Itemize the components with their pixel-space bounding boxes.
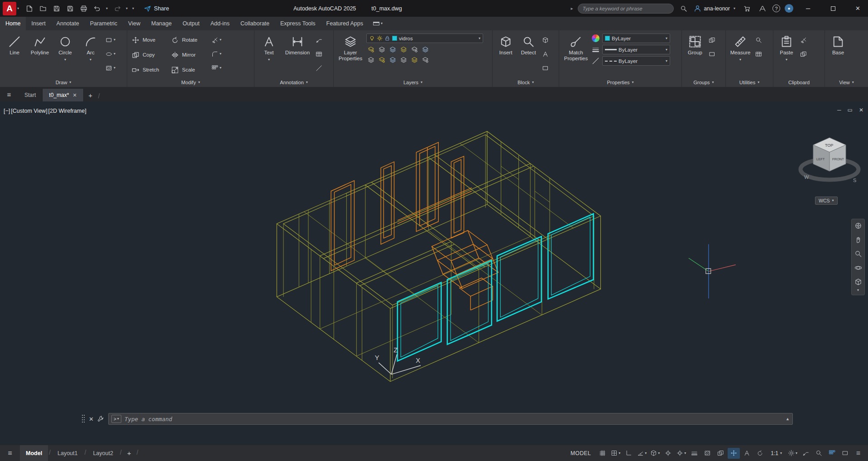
- tab-collaborate[interactable]: Collaborate: [235, 17, 275, 30]
- ungroup-button[interactable]: [707, 34, 717, 46]
- viewport-view-control[interactable]: [Custom View]: [11, 108, 47, 114]
- group-edit-button[interactable]: [707, 48, 717, 60]
- annotation-visibility-toggle[interactable]: [741, 448, 753, 459]
- rotate-button[interactable]: Rotate: [169, 33, 208, 47]
- file-tabs-menu-icon[interactable]: ≡: [0, 87, 18, 101]
- undo-button[interactable]: [91, 3, 103, 14]
- tab-parametric[interactable]: Parametric: [85, 17, 123, 30]
- paste-button[interactable]: Paste▾: [776, 32, 797, 76]
- circle-button[interactable]: Circle▾: [53, 32, 77, 76]
- status-menu-icon[interactable]: ≡: [0, 445, 20, 461]
- tab-insert[interactable]: Insert: [26, 17, 51, 30]
- grid-toggle[interactable]: [596, 448, 609, 459]
- properties-panel-title[interactable]: Properties▾: [559, 77, 681, 87]
- arc-button[interactable]: Arc▾: [79, 32, 102, 76]
- wcs-dropdown[interactable]: WCS▾: [815, 197, 838, 205]
- lineweight-toggle[interactable]: [688, 448, 700, 459]
- match-properties-button[interactable]: Match Properties: [562, 32, 590, 76]
- tab-view[interactable]: View: [123, 17, 146, 30]
- file-tab-t0-max[interactable]: t0_max* ✕: [43, 89, 83, 101]
- object-color-select[interactable]: ByLayer ▾: [602, 34, 670, 43]
- layer-on-button[interactable]: [388, 56, 397, 64]
- tab-home[interactable]: Home: [0, 17, 26, 30]
- plot-button[interactable]: [78, 3, 90, 14]
- app-menu-caret-icon[interactable]: ▾: [17, 6, 19, 10]
- command-input-container[interactable]: >▾ ▲: [108, 413, 793, 425]
- status-customize-button[interactable]: ≡: [852, 448, 864, 459]
- viewport-visual-style-control[interactable]: [2D Wireframe]: [48, 108, 86, 114]
- table-button[interactable]: [314, 48, 324, 60]
- navbar-more-caret-icon[interactable]: ▾: [857, 288, 859, 292]
- layer-lock-button[interactable]: [399, 45, 408, 53]
- create-block-button[interactable]: [541, 34, 550, 46]
- viewport-close-icon[interactable]: ✕: [859, 107, 863, 113]
- viewport-controls-menu[interactable]: [−]: [4, 108, 10, 114]
- dimension-button[interactable]: Dimension: [283, 32, 312, 76]
- ribbon-display-toggle[interactable]: ▾: [373, 17, 383, 30]
- layer-freeze-button[interactable]: [388, 45, 397, 53]
- utilities-panel-title[interactable]: Utilities▾: [726, 77, 773, 87]
- layers-panel-title[interactable]: Layers▾: [334, 77, 492, 87]
- orbit-icon[interactable]: [854, 264, 862, 272]
- base-button[interactable]: Base: [828, 32, 849, 76]
- trim-button[interactable]: ▾: [210, 34, 223, 46]
- tab-annotate[interactable]: Annotate: [51, 17, 85, 30]
- viewcube[interactable]: W S TOP LEFT FRONT: [797, 128, 865, 199]
- file-tab-close-icon[interactable]: ✕: [72, 92, 77, 98]
- view-panel-title[interactable]: View▾: [825, 77, 868, 87]
- ellipse-button[interactable]: ▾: [104, 48, 117, 60]
- modify-panel-title[interactable]: Modify▾: [127, 77, 254, 87]
- command-history-up-icon[interactable]: ▲: [786, 417, 790, 421]
- minimize-button[interactable]: ─: [798, 0, 818, 17]
- search-expand-icon[interactable]: ▸: [571, 6, 573, 11]
- make-current-button[interactable]: [421, 45, 430, 53]
- tab-manage[interactable]: Manage: [146, 17, 177, 30]
- tab-express-tools[interactable]: Express Tools: [275, 17, 321, 30]
- snap-toggle[interactable]: ▾: [609, 448, 622, 459]
- annotation-panel-title[interactable]: Annotation▾: [254, 77, 333, 87]
- model-space-tab[interactable]: Model: [20, 445, 48, 461]
- groups-panel-title[interactable]: Groups▾: [682, 77, 725, 87]
- command-input[interactable]: [125, 416, 782, 423]
- lineweight-icon[interactable]: [592, 46, 599, 53]
- object-snap-tracking-toggle[interactable]: [662, 448, 674, 459]
- layout2-tab[interactable]: Layout2: [87, 445, 119, 461]
- save-button[interactable]: [51, 3, 62, 14]
- text-button[interactable]: Text▾: [257, 32, 281, 76]
- annotation-monitor-toggle[interactable]: [800, 448, 812, 459]
- rectangle-button[interactable]: ▾: [104, 34, 117, 46]
- ortho-toggle[interactable]: [623, 448, 635, 459]
- block-editor-button[interactable]: [541, 62, 550, 74]
- mirror-button[interactable]: Mirror: [169, 48, 208, 62]
- quick-calc-button[interactable]: [754, 48, 763, 60]
- layer-off-button[interactable]: [366, 45, 375, 53]
- share-button[interactable]: Share: [144, 5, 169, 12]
- redo-button[interactable]: [111, 3, 123, 14]
- array-button[interactable]: ▾: [210, 62, 223, 74]
- copy-clip-button[interactable]: [799, 48, 808, 60]
- qat-customize-caret-icon[interactable]: ▾: [132, 6, 134, 10]
- tab-featured-apps[interactable]: Featured Apps: [321, 17, 369, 30]
- open-file-button[interactable]: [37, 3, 49, 14]
- line-button[interactable]: Line: [3, 32, 26, 76]
- new-drawing-button[interactable]: +: [84, 89, 97, 101]
- fillet-button[interactable]: ▾: [210, 48, 223, 60]
- app-logo-icon[interactable]: A: [3, 2, 16, 15]
- viewport-minimize-icon[interactable]: ─: [837, 107, 841, 113]
- help-icon[interactable]: ?: [772, 5, 780, 12]
- detect-button[interactable]: Detect: [518, 32, 539, 76]
- polyline-button[interactable]: Polyline: [28, 32, 52, 76]
- linear-dim-button[interactable]: [314, 62, 324, 74]
- close-button[interactable]: ✕: [848, 0, 868, 17]
- group-button[interactable]: Group: [685, 32, 705, 76]
- workspace-switching[interactable]: ▾: [786, 448, 799, 459]
- draw-panel-title[interactable]: Draw▾: [0, 77, 127, 87]
- move-button[interactable]: Move: [130, 33, 169, 47]
- redo-caret-icon[interactable]: ▾: [126, 6, 128, 10]
- graphics-performance-toggle[interactable]: [826, 448, 838, 459]
- undo-caret-icon[interactable]: ▾: [106, 6, 108, 10]
- insert-block-button[interactable]: Insert: [495, 32, 516, 76]
- quick-select-button[interactable]: [754, 34, 763, 46]
- file-tab-start[interactable]: Start: [18, 89, 43, 101]
- edit-attributes-button[interactable]: [541, 48, 550, 60]
